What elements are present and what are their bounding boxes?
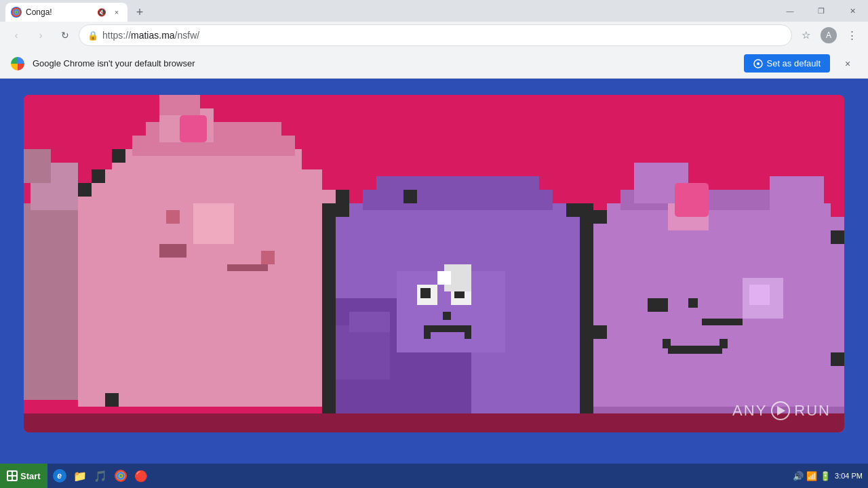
toolbar-icons: ☆ A ⋮ xyxy=(795,24,863,46)
url-scheme: https:// xyxy=(102,30,131,41)
svg-rect-77 xyxy=(675,183,709,217)
system-tray: 🔊 📶 🔋 xyxy=(793,471,831,481)
svg-rect-44 xyxy=(465,332,471,339)
tab-favicon xyxy=(11,7,22,18)
svg-rect-70 xyxy=(831,230,844,244)
main-content: ANY RUN xyxy=(0,84,868,464)
svg-rect-24 xyxy=(78,183,92,197)
taskbar-media-icon[interactable]: 🎵 xyxy=(91,466,110,485)
taskbar: Start e 📁 🎵 🔴 🔊 📶 🔋 3:04 PM xyxy=(0,464,868,488)
lock-icon: 🔒 xyxy=(87,30,98,41)
close-button[interactable]: ✕ xyxy=(837,0,868,22)
svg-rect-74 xyxy=(719,339,728,348)
set-default-icon xyxy=(753,59,763,68)
minimize-button[interactable]: — xyxy=(774,0,806,22)
notification-close-button[interactable]: × xyxy=(838,54,857,73)
svg-rect-20 xyxy=(261,251,275,264)
svg-rect-63 xyxy=(648,298,668,312)
chrome-icon xyxy=(11,57,24,70)
tab-mute-button[interactable]: 🔇 xyxy=(96,7,107,18)
svg-rect-28 xyxy=(112,149,125,163)
taskbar-ie-icon[interactable]: e xyxy=(50,466,69,485)
url-host: matias.ma xyxy=(131,30,175,41)
svg-point-5 xyxy=(757,62,760,65)
refresh-button[interactable]: ↻ xyxy=(54,24,76,46)
ie-logo: e xyxy=(53,469,66,483)
tray-network[interactable]: 📶 xyxy=(806,471,817,481)
svg-rect-55 xyxy=(403,190,417,203)
svg-rect-35 xyxy=(376,176,539,197)
svg-rect-48 xyxy=(336,325,390,380)
svg-rect-62 xyxy=(770,176,824,224)
back-button[interactable]: ‹ xyxy=(5,24,27,46)
start-button[interactable]: Start xyxy=(0,464,47,488)
url-text: https://matias.ma/nsfw/ xyxy=(102,30,783,41)
svg-rect-26 xyxy=(336,190,349,203)
svg-rect-71 xyxy=(831,352,844,366)
browser-top-bar xyxy=(0,79,868,84)
url-bar[interactable]: 🔒 https://matias.ma/nsfw/ xyxy=(79,24,792,46)
tray-speaker[interactable]: 🔊 xyxy=(793,471,804,481)
svg-rect-22 xyxy=(227,264,268,271)
svg-rect-23 xyxy=(193,203,234,244)
account-button[interactable]: A xyxy=(818,24,840,46)
svg-rect-45 xyxy=(443,312,451,320)
tray-battery[interactable]: 🔋 xyxy=(820,471,831,481)
active-tab[interactable]: Conga! 🔇 × xyxy=(5,3,127,22)
svg-rect-40 xyxy=(420,288,431,298)
pixel-canvas: ANY RUN xyxy=(24,95,844,432)
clock[interactable]: 3:04 PM xyxy=(835,471,863,481)
svg-rect-18 xyxy=(159,95,200,115)
taskbar-right: 🔊 📶 🔋 3:04 PM xyxy=(787,471,868,481)
notification-bar: Google Chrome isn't your default browser… xyxy=(0,49,868,79)
svg-rect-21 xyxy=(159,244,186,258)
start-label: Start xyxy=(20,471,41,481)
svg-rect-69 xyxy=(593,325,607,339)
window-controls: — ❐ ✕ xyxy=(774,0,868,22)
start-icon xyxy=(7,470,18,481)
pixel-scene xyxy=(24,95,844,432)
svg-rect-49 xyxy=(349,312,390,332)
svg-point-82 xyxy=(119,474,122,477)
svg-rect-25 xyxy=(92,169,105,183)
set-default-button[interactable]: Set as default xyxy=(744,54,831,73)
svg-rect-19 xyxy=(166,210,180,224)
svg-rect-42 xyxy=(424,325,471,332)
new-tab-button[interactable]: + xyxy=(130,3,149,22)
svg-point-3 xyxy=(16,12,18,14)
svg-rect-78 xyxy=(24,413,844,432)
svg-rect-73 xyxy=(663,339,671,348)
maximize-button[interactable]: ❐ xyxy=(806,0,837,22)
svg-rect-76 xyxy=(180,115,207,142)
taskbar-folder-icon[interactable]: 📁 xyxy=(71,466,90,485)
svg-rect-75 xyxy=(688,298,698,308)
tab-close-button[interactable]: × xyxy=(111,7,122,18)
notification-text: Google Chrome isn't your default browser xyxy=(33,58,736,68)
forward-button[interactable]: › xyxy=(30,24,52,46)
taskbar-security-icon[interactable]: 🔴 xyxy=(132,466,151,485)
taskbar-items: e 📁 🎵 🔴 xyxy=(47,466,787,485)
taskbar-chrome-icon[interactable] xyxy=(111,466,130,485)
svg-rect-64 xyxy=(702,319,743,325)
bookmark-button[interactable]: ☆ xyxy=(795,24,816,46)
svg-rect-30 xyxy=(105,393,119,407)
avatar: A xyxy=(821,27,837,43)
svg-rect-43 xyxy=(424,332,431,339)
svg-rect-47 xyxy=(437,271,451,285)
svg-rect-68 xyxy=(593,210,607,224)
menu-button[interactable]: ⋮ xyxy=(841,24,863,46)
address-bar: ‹ › ↻ 🔒 https://matias.ma/nsfw/ ☆ A ⋮ xyxy=(0,22,868,49)
svg-rect-72 xyxy=(668,346,722,354)
tab-strip: Conga! 🔇 × + xyxy=(0,0,774,22)
url-path: /nsfw/ xyxy=(175,30,200,41)
title-bar: Conga! 🔇 × + — ❐ ✕ xyxy=(0,0,868,22)
svg-rect-53 xyxy=(580,203,593,217)
pixel-art-svg xyxy=(24,95,844,432)
tab-title: Conga! xyxy=(26,7,92,17)
svg-rect-11 xyxy=(24,149,51,183)
svg-rect-66 xyxy=(749,285,770,305)
svg-rect-54 xyxy=(580,298,593,312)
